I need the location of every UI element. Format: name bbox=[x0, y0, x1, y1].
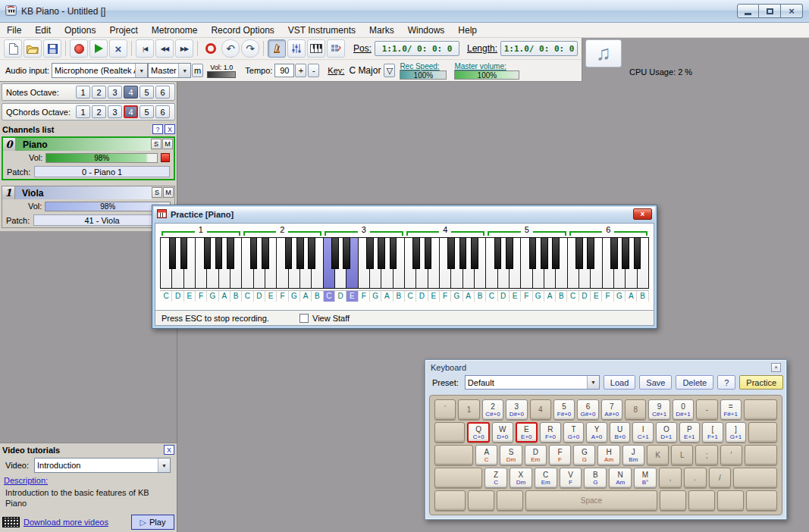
mute-button[interactable]: M bbox=[163, 187, 174, 198]
patch-field[interactable]: 0 - Piano 1 bbox=[34, 166, 170, 177]
key-;[interactable]: ; bbox=[695, 445, 717, 465]
key-N[interactable]: NAm bbox=[609, 468, 632, 488]
piano-black-key-1[interactable] bbox=[169, 237, 177, 269]
input-volume-slider[interactable] bbox=[207, 71, 236, 78]
key-blank[interactable] bbox=[434, 490, 466, 511]
key-blank[interactable] bbox=[468, 490, 494, 511]
new-file-button[interactable] bbox=[4, 39, 22, 58]
key-4[interactable]: 4 bbox=[530, 399, 551, 420]
skip-start-button[interactable]: |◀ bbox=[136, 39, 154, 58]
key-S[interactable]: SDm bbox=[500, 445, 522, 465]
preset-select[interactable]: Default ▼ bbox=[465, 375, 600, 390]
video-close-button[interactable]: X bbox=[164, 445, 174, 455]
key-W[interactable]: WD+0 bbox=[492, 422, 513, 443]
view-staff-option[interactable]: View Staff bbox=[299, 314, 350, 323]
key-[[interactable]: [F+1 bbox=[702, 422, 723, 443]
channel-viola[interactable]: 1ViolaSMVol:98%Patch:41 - Viola bbox=[2, 186, 175, 228]
master-volume-gauge[interactable]: 100% bbox=[454, 70, 519, 80]
piano-black-key-5[interactable] bbox=[494, 237, 502, 269]
key-Space[interactable]: Space bbox=[525, 490, 657, 511]
menu-file[interactable]: File bbox=[0, 23, 28, 38]
menu-edit[interactable]: Edit bbox=[28, 23, 58, 38]
qchords-octave-button-4[interactable]: 4 bbox=[124, 105, 138, 118]
menu-help[interactable]: Help bbox=[451, 23, 484, 38]
open-file-button[interactable] bbox=[24, 39, 42, 58]
key-U[interactable]: UB+0 bbox=[610, 422, 631, 443]
key-select-button[interactable]: ▽ bbox=[384, 64, 395, 77]
qchords-octave-button-6[interactable]: 6 bbox=[155, 105, 170, 118]
key-K[interactable]: K bbox=[647, 445, 669, 465]
key-7[interactable]: 7A#+0 bbox=[601, 399, 622, 420]
patch-field[interactable]: 41 - Viola bbox=[33, 214, 171, 226]
save-button[interactable] bbox=[43, 39, 61, 58]
menu-record-options[interactable]: Record Options bbox=[204, 23, 281, 38]
piano-black-key-3[interactable] bbox=[378, 237, 385, 269]
key-blank[interactable] bbox=[688, 490, 715, 511]
key-A[interactable]: AC bbox=[475, 445, 497, 465]
key-blank[interactable] bbox=[746, 490, 777, 511]
key-blank[interactable] bbox=[745, 445, 777, 465]
piano-black-key-4[interactable] bbox=[459, 237, 467, 269]
input-volume-control[interactable]: Vol: 1.0 bbox=[207, 64, 236, 78]
download-videos-link[interactable]: Download more videos bbox=[24, 518, 108, 527]
keyboard-help-button[interactable]: ? bbox=[717, 375, 735, 390]
key-L[interactable]: L bbox=[671, 445, 693, 465]
video-select[interactable]: Introduction ▼ bbox=[34, 458, 171, 473]
solo-button[interactable]: S bbox=[151, 139, 161, 149]
key-,[interactable]: , bbox=[659, 468, 682, 488]
record-options-icon[interactable] bbox=[205, 43, 216, 54]
key-blank[interactable] bbox=[434, 468, 482, 488]
key-6[interactable]: 6G#+0 bbox=[577, 399, 598, 420]
key-blank[interactable] bbox=[660, 490, 686, 511]
key-blank[interactable] bbox=[733, 468, 777, 488]
menu-project[interactable]: Project bbox=[102, 23, 144, 38]
marks-toggle-button[interactable] bbox=[327, 39, 345, 58]
key-blank[interactable] bbox=[434, 445, 473, 465]
menu-marks[interactable]: Marks bbox=[362, 23, 401, 38]
notes-octave-button-2[interactable]: 2 bbox=[92, 86, 106, 99]
channels-help-button[interactable]: ? bbox=[152, 124, 163, 134]
key-J[interactable]: JBm bbox=[622, 445, 644, 465]
piano-black-key-6[interactable] bbox=[634, 237, 641, 269]
key-V[interactable]: VF bbox=[560, 468, 582, 488]
audio-input-select[interactable]: Microphone (Realtek AC ▼ bbox=[52, 63, 148, 78]
key-][interactable]: ]G+1 bbox=[726, 422, 747, 443]
piano-black-key-4[interactable] bbox=[412, 237, 420, 269]
piano-black-key-2[interactable] bbox=[296, 237, 304, 269]
piano-black-key-4[interactable] bbox=[447, 237, 455, 269]
key-R[interactable]: RF+0 bbox=[540, 422, 561, 443]
key-D[interactable]: DEm bbox=[525, 445, 547, 465]
mono-button[interactable]: m bbox=[192, 64, 203, 77]
piano-black-key-1[interactable] bbox=[204, 237, 212, 269]
maximize-button[interactable] bbox=[759, 4, 781, 18]
metronome-toggle-button[interactable] bbox=[268, 39, 286, 58]
key-H[interactable]: HAm bbox=[597, 445, 619, 465]
close-button[interactable]: × bbox=[781, 4, 803, 18]
key-/[interactable]: / bbox=[709, 468, 732, 488]
stop-button[interactable]: × bbox=[109, 39, 127, 58]
piano-black-key-3[interactable] bbox=[331, 237, 339, 269]
qchords-octave-button-2[interactable]: 2 bbox=[92, 105, 106, 118]
piano-black-key-3[interactable] bbox=[390, 237, 397, 269]
video-play-button[interactable]: ▷ Play bbox=[131, 515, 174, 530]
dropdown-arrow-icon[interactable]: ▼ bbox=[178, 64, 190, 77]
piano-black-key-4[interactable] bbox=[471, 237, 478, 269]
key-blank[interactable] bbox=[434, 422, 465, 443]
piano-black-key-1[interactable] bbox=[215, 237, 223, 269]
key-G[interactable]: GG bbox=[573, 445, 595, 465]
key-Y[interactable]: YA+0 bbox=[586, 422, 607, 443]
channels-close-button[interactable]: X bbox=[165, 124, 175, 134]
keyboard-title-bar[interactable]: Keyboard × bbox=[425, 360, 786, 373]
output-device-select[interactable]: Master Vo ▼ bbox=[148, 63, 191, 78]
key-M[interactable]: MB° bbox=[634, 468, 657, 488]
piano-black-key-2[interactable] bbox=[250, 237, 258, 269]
piano-black-key-6[interactable] bbox=[622, 237, 629, 269]
notes-octave-button-4[interactable]: 4 bbox=[124, 86, 138, 99]
forward-button[interactable]: ▶▶ bbox=[175, 39, 193, 58]
minimize-button[interactable] bbox=[737, 4, 759, 18]
rewind-button[interactable]: ◀◀ bbox=[155, 39, 174, 58]
menu-options[interactable]: Options bbox=[58, 23, 102, 38]
rec-speed-gauge[interactable]: 100% bbox=[400, 70, 447, 80]
channel-piano[interactable]: 0PianoSMVol:98%Patch:0 - Piano 1 bbox=[2, 136, 175, 180]
solo-button[interactable]: S bbox=[152, 187, 162, 198]
